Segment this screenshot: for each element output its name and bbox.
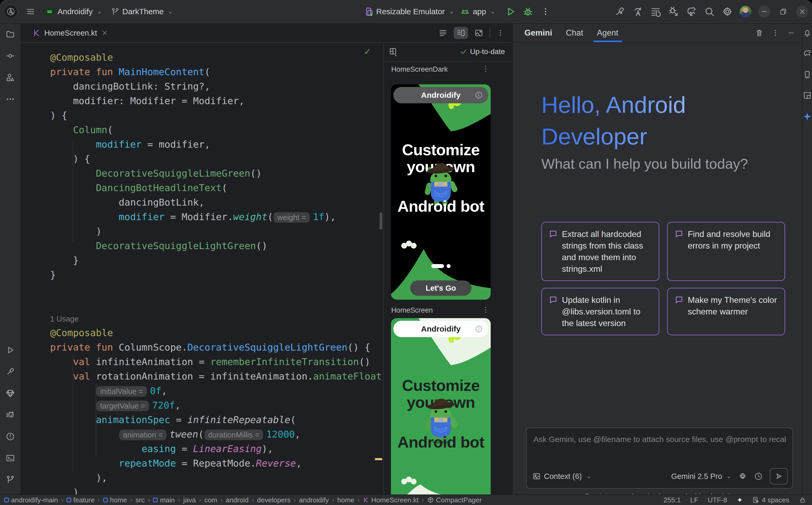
device-manager-tool-button[interactable] [803, 70, 812, 79]
gemini-input-box[interactable]: Context (6) ⌄ Gemini 2.5 Pro ⌄ [526, 428, 793, 489]
app-quality-insights-tool-button[interactable] [6, 388, 15, 398]
vcs-branch-selector[interactable]: DarkTheme ⌄ [111, 7, 173, 16]
breadcrumb-item[interactable]: androidify-main [4, 496, 58, 504]
code-line[interactable]: DecorativeSquiggleLightGreen() [21, 238, 383, 253]
code-line[interactable]: repeatMode = RepeatMode.Reverse, [21, 456, 383, 471]
breadcrumb-item[interactable]: java [183, 496, 196, 504]
gemini-more-icon[interactable] [771, 29, 779, 37]
preview-light-menu-icon[interactable]: ⋮ [482, 305, 489, 314]
lock-icon[interactable] [799, 496, 806, 504]
editor-more-button[interactable] [496, 29, 504, 37]
tab-agent[interactable]: Agent [597, 24, 618, 42]
run-configuration-selector[interactable]: app ⌄ [460, 6, 495, 17]
code-line[interactable]: private fun ColumnScope.DecorativeSquigg… [21, 340, 383, 354]
tab-homescreen-kt[interactable]: HomeScreen.kt ✕ [28, 24, 112, 42]
preview-phone-dark[interactable]: Androidify Customize your own Android bo… [391, 85, 491, 300]
prompt-settings-icon[interactable] [738, 472, 747, 481]
lets-go-button[interactable]: Let's Go [410, 281, 471, 296]
search-everywhere-button[interactable] [704, 6, 715, 17]
split-view-button[interactable] [454, 27, 468, 39]
design-view-button[interactable] [474, 28, 483, 37]
tab-close-icon[interactable]: ✕ [102, 29, 108, 37]
commit-tool-button[interactable] [6, 51, 15, 61]
build-tool-button[interactable] [6, 367, 15, 376]
profiler-button[interactable] [650, 6, 661, 17]
gemini-tool-button[interactable] [803, 112, 812, 121]
breadcrumb-item[interactable]: src [136, 496, 145, 504]
context-selector[interactable]: Context (6) ⌄ [533, 472, 591, 481]
breadcrumb-item[interactable]: main [153, 496, 175, 504]
preview-dark-menu-icon[interactable]: ⋮ [482, 64, 489, 73]
code-line[interactable]: ) [21, 224, 383, 238]
breadcrumb-item[interactable]: com [204, 496, 217, 504]
settings-button[interactable] [722, 6, 733, 17]
preview-layout-button[interactable] [388, 47, 398, 56]
code-view-button[interactable] [439, 28, 447, 37]
problems-tool-button[interactable] [6, 432, 15, 441]
breadcrumb-item[interactable]: CompactPager [427, 496, 482, 504]
code-line[interactable]: @Composable [21, 326, 383, 340]
suggestion-card[interactable]: Find and resolve build errors in my proj… [667, 222, 785, 281]
version-control-tool-button[interactable] [6, 475, 15, 484]
history-icon[interactable] [754, 472, 763, 481]
tab-chat[interactable]: Chat [566, 24, 583, 42]
close-button[interactable] [796, 6, 808, 18]
more-actions-button[interactable] [541, 7, 550, 16]
code-line[interactable]: dancingBotLink: String?, [21, 79, 383, 94]
code-line[interactable]: val rotationAnimation = infiniteAnimatio… [21, 369, 383, 383]
code-line[interactable]: animationSpec = infiniteRepeatable( [21, 412, 383, 427]
code-line[interactable]: ), [21, 471, 383, 485]
code-line[interactable]: DecorativeSquiggleLimeGreen() [21, 166, 383, 181]
code-line[interactable]: private fun MainHomeContent( [21, 64, 383, 79]
breadcrumb-item[interactable]: home [337, 496, 354, 504]
gradle-sync-button[interactable] [686, 6, 697, 17]
preview-phone-light[interactable]: Androidify Customize your own Android bo… [391, 318, 491, 495]
code-line[interactable]: animation =tween(durationMillis =12000, [21, 427, 383, 442]
user-avatar[interactable] [740, 6, 751, 17]
code-line[interactable] [21, 297, 383, 311]
code-line[interactable]: 1 Usage [21, 311, 383, 326]
code-line[interactable]: } [21, 268, 383, 282]
breadcrumb-item[interactable]: android [226, 496, 249, 504]
sync-changes-button[interactable] [632, 6, 643, 17]
attach-debugger-button[interactable] [668, 6, 679, 17]
debug-button[interactable] [522, 6, 534, 17]
breadcrumb-item[interactable]: HomeScreen.kt [363, 496, 419, 504]
device-selector[interactable]: Resizable Emulator ⌄ [363, 7, 454, 17]
resource-manager-tool-button[interactable] [6, 73, 15, 82]
breadcrumb-item[interactable]: feature [67, 496, 95, 504]
file-encoding[interactable]: UTF-8 [708, 496, 727, 504]
run-button[interactable] [505, 6, 516, 17]
breadcrumb-item[interactable]: developers [257, 496, 291, 504]
restore-button[interactable] [777, 6, 789, 18]
code-line[interactable]: DancingBotHeadlineText( [21, 181, 383, 195]
suggestion-card[interactable]: Make my Theme's color scheme warmer [667, 288, 785, 335]
code-line[interactable] [21, 282, 383, 297]
gradle-tool-button[interactable] [803, 49, 812, 58]
code-line[interactable]: dancingBotLink, [21, 195, 383, 209]
notifications-tool-button[interactable] [803, 28, 812, 37]
more-tool-windows-button[interactable] [6, 95, 15, 104]
indent-selector[interactable]: 4 spaces [752, 496, 789, 504]
preview-sync-status[interactable]: Up-to-date [460, 47, 505, 56]
project-tool-button[interactable] [6, 29, 15, 39]
send-button[interactable] [770, 468, 788, 484]
minimize-button[interactable] [758, 6, 770, 18]
trash-icon[interactable] [755, 29, 764, 37]
code-line[interactable]: } [21, 253, 383, 268]
preview-name-dark[interactable]: HomeScreenDark [391, 65, 448, 73]
logcat-tool-button[interactable] [6, 410, 15, 419]
project-selector[interactable]: Androidify ⌄ [44, 6, 102, 17]
code-editor[interactable]: @Composableprivate fun MainHomeContent( … [21, 42, 383, 495]
layout-inspector-tool-button[interactable] [803, 91, 812, 100]
suggestion-card[interactable]: Extract all hardcoded strings from this … [541, 222, 659, 281]
code-line[interactable]: easing = LinearEasing), [21, 442, 383, 456]
main-menu-button[interactable] [26, 7, 35, 16]
info-icon[interactable] [475, 325, 483, 333]
breadcrumb-item[interactable]: home [103, 496, 127, 504]
code-line[interactable]: @Composable [21, 50, 383, 64]
code-line[interactable]: ) { [21, 152, 383, 166]
code-line[interactable]: ) [21, 485, 383, 495]
editor-scrollbar[interactable] [380, 212, 382, 229]
line-ending[interactable]: LF [690, 496, 698, 504]
